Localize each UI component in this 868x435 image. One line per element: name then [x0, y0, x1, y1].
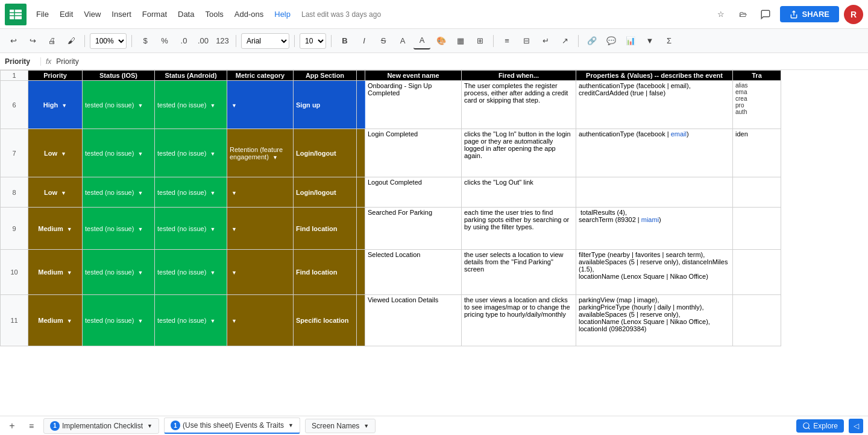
col-event-header: New event name	[365, 71, 462, 81]
font-size-up-button[interactable]: A	[394, 33, 411, 49]
currency-button[interactable]: $	[137, 33, 154, 49]
row-6-status-android: tested (no issue) ▼	[155, 81, 227, 129]
row-10-priority: Medium ▼	[28, 250, 83, 295]
zoom-select[interactable]: 100%	[90, 33, 127, 49]
sheet-3-label: Screen Names	[312, 422, 359, 430]
row-7-app-section: Login/logout	[294, 129, 357, 177]
decrease-decimal-button[interactable]: .0	[175, 33, 192, 49]
table-row: 9 Medium ▼ tested (no issue) ▼ tested (n…	[1, 208, 781, 250]
table-row: 8 Low ▼ tested (no issue) ▼ tested (no i…	[1, 177, 781, 208]
row-9-trail	[733, 208, 781, 250]
row-7-status-android: tested (no issue) ▼	[155, 129, 227, 177]
grid[interactable]: 1 Priority Status (IOS) Status (Android)…	[0, 70, 868, 416]
row-11-app-section: Specific location	[294, 295, 357, 346]
sheet-1-label: Implementation Checklist	[62, 422, 143, 430]
borders-button[interactable]: ▦	[452, 33, 469, 49]
row-9-status-android: tested (no issue) ▼	[155, 208, 227, 250]
col-status-android-header: Status (Android)	[155, 71, 227, 81]
chart-button[interactable]: 📊	[622, 33, 639, 49]
app-icon[interactable]	[5, 4, 27, 25]
folder-button[interactable]: 🗁	[734, 6, 751, 23]
fill-color-button[interactable]: 🎨	[433, 33, 450, 49]
top-right-actions: ☆ 🗁 SHARE R	[712, 5, 863, 24]
row-8-status-android: tested (no issue) ▼	[155, 177, 227, 208]
percent-button[interactable]: %	[156, 33, 173, 49]
header-row-num: 1	[1, 71, 28, 81]
toolbar-separator-4	[294, 35, 295, 47]
row-9-col-f	[357, 208, 365, 250]
toolbar-separator-2	[131, 35, 132, 47]
svg-point-6	[804, 422, 809, 428]
share-button[interactable]: SHARE	[780, 6, 839, 22]
number-format-button[interactable]: 123	[214, 33, 231, 49]
row-9-properties: totalResults (4),searchTerm (89302 | mia…	[576, 208, 733, 250]
menu-help[interactable]: Help	[269, 7, 295, 21]
paint-format-button[interactable]: 🖌	[63, 33, 80, 49]
toolbar-separator-7	[578, 35, 579, 47]
font-size-select[interactable]: 10	[300, 33, 326, 49]
redo-button[interactable]: ↪	[24, 33, 41, 49]
explore-button[interactable]: Explore	[796, 419, 844, 433]
sheet-tab-1[interactable]: 1 Implementation Checklist ▼	[43, 418, 159, 434]
row-11-priority: Medium ▼	[28, 295, 83, 346]
row-11-num: 11	[1, 295, 28, 346]
function-button[interactable]: Σ	[661, 33, 678, 49]
link-button[interactable]: 🔗	[583, 33, 600, 49]
merge-button[interactable]: ⊞	[471, 33, 488, 49]
row-8-metric: ▼	[227, 177, 294, 208]
rotate-button[interactable]: ↗	[556, 33, 573, 49]
menu-data[interactable]: Data	[173, 7, 199, 21]
avatar[interactable]: R	[844, 5, 863, 24]
row-9-event-name: Searched For Parking	[365, 208, 462, 250]
row-11-event-name: Viewed Location Details	[365, 295, 462, 346]
collapse-panel-button[interactable]: ◁	[849, 419, 863, 433]
row-11-trail	[733, 295, 781, 346]
col-fired-header: Fired when...	[462, 71, 576, 81]
print-button[interactable]: 🖨	[43, 33, 60, 49]
valign-button[interactable]: ⊟	[518, 33, 535, 49]
row-8-properties	[576, 177, 733, 208]
sheet-tab-3[interactable]: Screen Names ▼	[305, 419, 376, 433]
bottom-bar: + ≡ 1 Implementation Checklist ▼ 1 (Use …	[0, 416, 868, 435]
wrap-button[interactable]: ↵	[537, 33, 554, 49]
filter-button[interactable]: ▼	[641, 33, 658, 49]
row-6-col-f	[357, 81, 365, 129]
row-8-event-name: Logout Completed	[365, 177, 462, 208]
add-sheet-button[interactable]: +	[5, 419, 19, 433]
table-row: 7 Low ▼ tested (no issue) ▼ tested (no i…	[1, 129, 781, 177]
sheet-3-dropdown: ▼	[363, 423, 369, 429]
bold-button[interactable]: B	[336, 33, 353, 49]
text-color-button[interactable]: A	[414, 33, 430, 49]
row-11-status-android: tested (no issue) ▼	[155, 295, 227, 346]
row-10-fired-when: the user selects a location to view deta…	[462, 250, 576, 295]
row-6-app-section: Sign up	[294, 81, 357, 129]
sheets-menu-button[interactable]: ≡	[24, 419, 39, 433]
sheet-tab-2[interactable]: 1 (Use this sheet) Events & Traits ▼	[164, 418, 300, 434]
row-7-fired-when: clicks the "Log In" button in the login …	[462, 129, 576, 177]
menu-view[interactable]: View	[79, 7, 105, 21]
halign-button[interactable]: ≡	[498, 33, 515, 49]
menu-insert[interactable]: Insert	[107, 7, 136, 21]
table-row: 11 Medium ▼ tested (no issue) ▼ tested (…	[1, 295, 781, 346]
row-11-col-f	[357, 295, 365, 346]
star-button[interactable]: ☆	[712, 6, 729, 23]
menu-edit[interactable]: Edit	[55, 7, 78, 21]
italic-button[interactable]: I	[356, 33, 373, 49]
formula-bar: Priority fx Priority	[0, 53, 868, 70]
comment-button[interactable]	[756, 5, 775, 24]
col-status-ios-header: Status (IOS)	[83, 71, 155, 81]
increase-decimal-button[interactable]: .00	[195, 33, 212, 49]
undo-button[interactable]: ↩	[5, 33, 22, 49]
sheet-1-num: 1	[50, 421, 60, 431]
col-priority-header: Priority	[28, 71, 83, 81]
row-6-fired-when: The user completes the register process,…	[462, 81, 576, 129]
sheet-2-dropdown: ▼	[288, 422, 294, 428]
row-7-status-ios: tested (no issue) ▼	[83, 129, 155, 177]
menu-tools[interactable]: Tools	[200, 7, 228, 21]
font-select[interactable]: Arial	[241, 33, 289, 49]
strikethrough-button[interactable]: S	[375, 33, 392, 49]
menu-file[interactable]: File	[31, 7, 54, 21]
menu-addons[interactable]: Add-ons	[230, 7, 268, 21]
menu-format[interactable]: Format	[137, 7, 172, 21]
insert-comment-button[interactable]: 💬	[603, 33, 620, 49]
